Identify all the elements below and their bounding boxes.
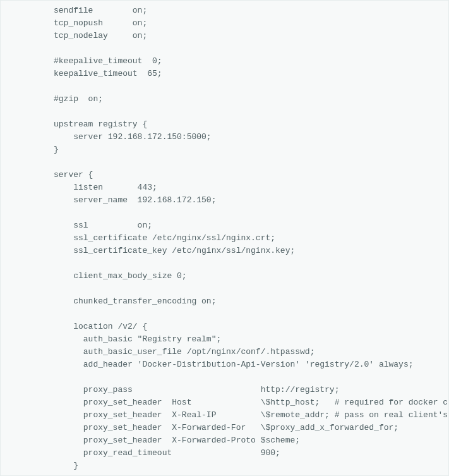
nginx-config-code[interactable]: sendfile on; tcp_nopush on; tcp_nodelay …	[1, 4, 448, 472]
code-block-container: sendfile on; tcp_nopush on; tcp_nodelay …	[0, 0, 449, 476]
